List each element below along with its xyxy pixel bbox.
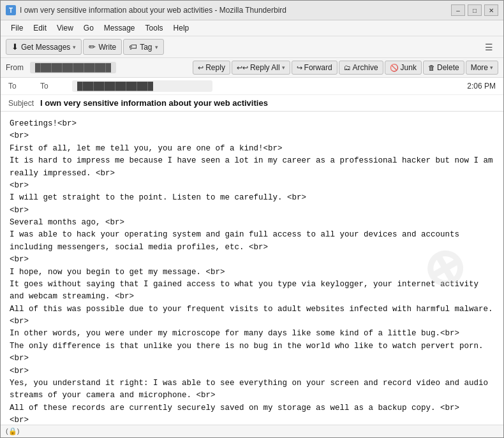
email-header: To To ██████████████ 2:06 PM Subject I o…	[1, 78, 503, 112]
write-icon: ✏	[89, 42, 96, 52]
title-bar: T I own very sensitive information about…	[1, 1, 503, 20]
menu-tools[interactable]: Tools	[140, 22, 168, 34]
to-row: To To ██████████████ 2:06 PM	[1, 78, 503, 95]
menu-view[interactable]: View	[52, 22, 78, 34]
get-messages-dropdown-arrow[interactable]: ▾	[73, 44, 76, 50]
menu-message[interactable]: Message	[99, 22, 140, 34]
forward-button[interactable]: ↪ Forward	[292, 61, 337, 75]
reply-all-dropdown-arrow[interactable]: ▾	[282, 64, 285, 71]
menu-help[interactable]: Help	[168, 22, 195, 34]
from-address: ██████████████	[30, 62, 116, 73]
subject-value: I own very sensitive information about y…	[40, 98, 268, 108]
more-button[interactable]: More ▾	[466, 61, 498, 75]
main-window: T I own very sensitive information about…	[0, 0, 504, 438]
reply-icon: ↩	[198, 64, 204, 72]
junk-icon: 🚫	[390, 64, 399, 72]
minimize-button[interactable]: –	[451, 4, 465, 16]
from-label: From	[6, 63, 25, 72]
email-content: Greetings!<br> <br> First of all, let me…	[10, 118, 494, 425]
close-button[interactable]: ✕	[484, 4, 498, 16]
delete-icon: 🗑	[428, 64, 435, 71]
tag-button[interactable]: 🏷 Tag ▾	[123, 39, 163, 55]
window-title: I own very sensitive information about y…	[20, 6, 451, 15]
get-messages-icon: ⬇	[11, 42, 19, 52]
menu-file[interactable]: File	[6, 22, 28, 34]
reply-all-icon: ↩↩	[237, 64, 248, 72]
more-dropdown-arrow: ▾	[490, 64, 493, 71]
tag-dropdown-arrow[interactable]: ▾	[155, 44, 158, 50]
to-address: ██████████████	[72, 80, 212, 92]
subject-row: Subject I own very sensitive information…	[1, 95, 503, 111]
maximize-button[interactable]: □	[468, 4, 482, 16]
email-body: ⊕ Greetings!<br> <br> First of all, let …	[1, 112, 503, 425]
subject-label: Subject	[8, 99, 40, 108]
menu-bar: File Edit View Go Message Tools Help	[1, 20, 503, 36]
status-text: (🔒)	[6, 427, 19, 435]
to-label-real: To	[8, 82, 40, 91]
tag-icon: 🏷	[129, 42, 137, 52]
reply-all-button[interactable]: ↩↩ Reply All ▾	[232, 61, 290, 75]
reply-button[interactable]: ↩ Reply	[193, 61, 230, 75]
menu-edit[interactable]: Edit	[28, 22, 52, 34]
archive-button[interactable]: 🗂 Archive	[339, 61, 383, 75]
junk-button[interactable]: 🚫 Junk	[385, 61, 422, 75]
status-bar: (🔒)	[1, 425, 503, 437]
menu-go[interactable]: Go	[78, 22, 99, 34]
window-controls: – □ ✕	[451, 4, 498, 16]
write-button[interactable]: ✏ Write	[83, 39, 122, 55]
email-time: 2:06 PM	[467, 82, 496, 91]
action-bar: From ██████████████ ↩ Reply ↩↩ Reply All…	[1, 58, 503, 78]
hamburger-menu-button[interactable]: ☰	[480, 40, 498, 55]
get-messages-button[interactable]: ⬇ Get Messages ▾	[6, 39, 82, 55]
to-label: To	[40, 82, 72, 91]
archive-icon: 🗂	[344, 64, 351, 71]
toolbar: ⬇ Get Messages ▾ ✏ Write 🏷 Tag ▾ ☰	[1, 36, 503, 58]
forward-icon: ↪	[297, 64, 302, 72]
delete-button[interactable]: 🗑 Delete	[423, 61, 464, 75]
app-icon: T	[6, 5, 16, 15]
